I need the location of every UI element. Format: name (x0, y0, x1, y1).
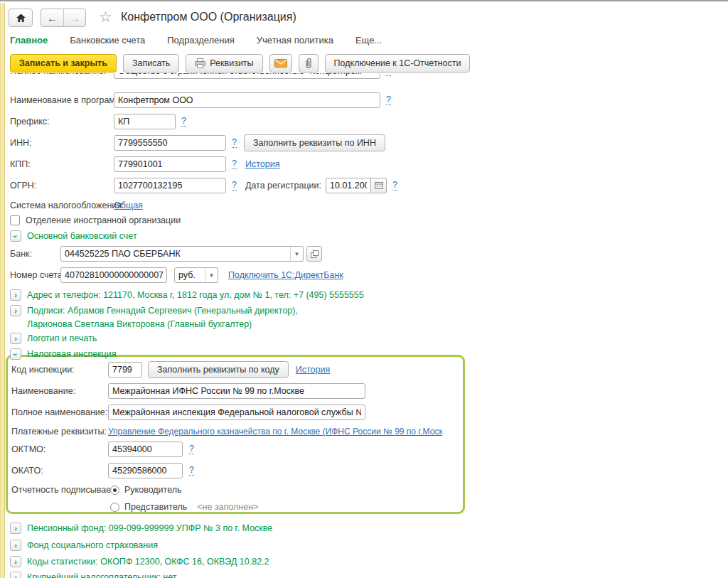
program-name-help-icon[interactable]: ? (386, 95, 391, 105)
prefix-label: Префикс: (10, 117, 114, 127)
favorite-star-icon[interactable]: ☆ (99, 9, 112, 24)
tab-more[interactable]: Еще... (355, 35, 382, 46)
signatures-group-expand-button[interactable]: › (10, 305, 21, 316)
tab-bank-accounts[interactable]: Банковские счета (70, 35, 145, 46)
connect-1c-reporting-button[interactable]: Подключение к 1С-Отчетности (325, 54, 471, 73)
bank-dropdown-button[interactable]: ▾ (290, 247, 303, 261)
tax-group-title[interactable]: Налоговая инспекция (27, 349, 117, 359)
tab-subdivisions[interactable]: Подразделения (167, 35, 235, 46)
social-group-header: › Фонд социального страхования (10, 539, 650, 552)
full-name-label: Полное наименование: (10, 73, 114, 76)
largest-taxpayer-expand-button[interactable]: › (10, 572, 21, 578)
requisites-button-label: Реквизиты (210, 58, 253, 68)
okato-input[interactable] (108, 463, 183, 478)
foreign-branch-checkbox[interactable] (10, 215, 20, 225)
oktmo-input[interactable] (108, 441, 183, 457)
prefix-row: Префикс: ? (10, 114, 508, 129)
account-input[interactable] (60, 267, 167, 283)
full-name-help-icon[interactable]: ? (386, 73, 391, 76)
ogrn-help-icon[interactable]: ? (232, 181, 237, 191)
program-name-input[interactable] (114, 92, 380, 108)
pension-group-header: › Пенсионный фонд: 099-099-999999 УПФР №… (10, 522, 650, 535)
oktmo-label: ОКТМО: (11, 444, 108, 454)
attachments-button[interactable] (299, 54, 318, 73)
ogrn-label: ОГРН: (10, 181, 114, 191)
full-name-input[interactable] (114, 73, 380, 79)
reg-date-input[interactable] (326, 178, 371, 193)
pension-group-title[interactable]: Пенсионный фонд: 099-099-999999 УПФР № 3… (27, 523, 272, 533)
kpp-history-link[interactable]: История (245, 159, 279, 169)
bank-group-collapse-button[interactable]: › (10, 230, 21, 242)
ogrn-row: ОГРН: ? Дата регистрации: ? (10, 178, 593, 193)
tax-full-name-input[interactable] (108, 405, 365, 420)
kpp-input[interactable] (114, 156, 226, 172)
reg-date-calendar-button[interactable] (371, 178, 387, 193)
social-group-title[interactable]: Фонд социального страхования (27, 540, 158, 550)
tax-code-history-link[interactable]: История (296, 365, 330, 375)
dropdown-arrow-icon: ▾ (295, 250, 299, 257)
tax-group-collapse-button[interactable]: › (10, 348, 21, 360)
calendar-icon (375, 182, 383, 189)
history-nav-group: ← → (41, 9, 86, 27)
logo-group-title[interactable]: Логотип и печать (27, 333, 97, 343)
chevron-down-icon: › (11, 235, 19, 237)
foreign-branch-row: Отделение иностранной организации (10, 214, 508, 227)
stats-group-title[interactable]: Коды статистики: ОКОПФ 12300, ОКФС 16, О… (27, 557, 269, 567)
prefix-help-icon[interactable]: ? (181, 117, 186, 127)
kpp-help-icon[interactable]: ? (232, 159, 237, 169)
printer-icon (195, 58, 205, 68)
largest-taxpayer-title[interactable]: Крупнейший налогоплательщик: нет (27, 572, 176, 578)
dropdown-arrow-icon: ▾ (210, 272, 213, 279)
save-and-close-button[interactable]: Записать и закрыть (10, 54, 117, 73)
home-button[interactable] (9, 9, 33, 27)
requisites-button[interactable]: Реквизиты (186, 54, 262, 73)
tax-code-input[interactable] (108, 362, 142, 378)
tax-code-label: Код инспекции: (11, 365, 108, 375)
oktmo-help-icon[interactable]: ? (189, 444, 194, 454)
logo-group-expand-button[interactable]: › (10, 333, 21, 344)
signer-head-radio[interactable] (110, 486, 119, 495)
stats-group-expand-button[interactable]: › (10, 556, 21, 567)
tax-name-input[interactable] (108, 383, 365, 399)
inn-input[interactable] (114, 135, 226, 151)
tab-accounting-policy[interactable]: Учетная политика (257, 35, 333, 46)
tax-system-link[interactable]: Общая (114, 200, 143, 210)
back-button[interactable]: ← (41, 12, 63, 24)
currency-field[interactable]: руб. ▾ (174, 267, 218, 283)
address-group-title[interactable]: Адрес и телефон: 121170, Москва г, 1812 … (27, 290, 364, 300)
directbank-link[interactable]: Подключить 1С:ДиректБанк (228, 270, 343, 280)
reg-date-help-icon[interactable]: ? (392, 181, 397, 191)
tax-system-label: Система налогообложения: (10, 200, 114, 210)
forward-button[interactable]: → (64, 12, 85, 24)
send-email-button[interactable] (269, 54, 292, 73)
fill-by-inn-button[interactable]: Заполнить реквизиты по ИНН (244, 134, 385, 151)
fill-by-code-button[interactable]: Заполнить реквизиты по коду (148, 361, 289, 378)
forward-arrow-icon: → (69, 12, 80, 24)
section-tabs: Главное Банковские счета Подразделения У… (10, 35, 382, 46)
bank-open-button[interactable] (306, 246, 322, 262)
bank-group-title[interactable]: Основной банковский счет (27, 231, 137, 241)
form-scroll-area[interactable]: Полное наименование: ? Наименование в пр… (0, 73, 728, 578)
payment-requisites-link[interactable]: Управление Федерального казначейства по … (108, 427, 442, 437)
representative-empty-note[interactable]: <не заполнен> (197, 502, 258, 512)
okato-help-icon[interactable]: ? (189, 466, 194, 476)
save-button[interactable]: Записать (123, 54, 179, 73)
bank-label: Банк: (10, 249, 60, 259)
envelope-icon (274, 59, 287, 68)
paperclip-icon (304, 58, 313, 69)
signatures-group-title[interactable]: Подписи: Абрамов Геннадий Сергеевич (Ген… (27, 306, 298, 316)
ogrn-input[interactable] (114, 178, 226, 193)
prefix-input[interactable] (114, 114, 176, 129)
tab-main[interactable]: Главное (10, 35, 48, 46)
tax-full-name-label: Полное наименование: (11, 407, 108, 417)
pension-group-expand-button[interactable]: › (10, 523, 21, 534)
signer-representative-radio[interactable] (110, 503, 119, 512)
bank-field[interactable]: 044525225 ПАО СБЕРБАНК ▾ (60, 246, 304, 262)
social-group-expand-button[interactable]: › (10, 540, 21, 551)
address-group-expand-button[interactable]: › (10, 289, 21, 301)
currency-dropdown-button[interactable]: ▾ (205, 268, 218, 282)
inn-row: ИНН: ? Заполнить реквизиты по ИНН (10, 135, 579, 151)
open-item-icon (311, 250, 318, 258)
account-label: Номер счета: (10, 270, 60, 280)
inn-help-icon[interactable]: ? (232, 138, 237, 148)
